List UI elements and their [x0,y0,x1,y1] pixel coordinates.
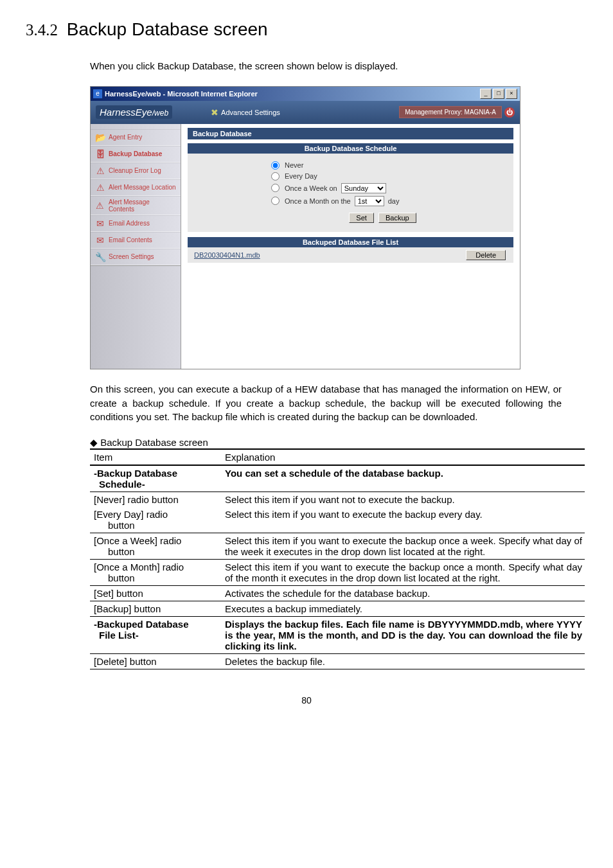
close-button[interactable]: × [506,89,517,99]
radio-never-input[interactable] [271,161,280,170]
set-button[interactable]: Set [349,213,374,223]
radio-never[interactable]: Never [271,160,494,171]
table-row-item: [Delete] button [90,654,225,669]
management-proxy-label: Management Proxy: MAGNIA-A [399,106,502,118]
table-row-expl: Deletes the backup file. [225,654,585,669]
table-caption: ◆ Backup Database screen [90,437,587,448]
table-row-expl: Select this item if you want to execute … [225,560,585,586]
ie-icon: e [93,89,102,98]
table-row-expl: Select this item if you want to execute … [225,533,585,560]
week-day-select[interactable]: Sunday [341,183,386,193]
window-titlebar: e HarnessEye/web - Microsoft Internet Ex… [91,87,520,101]
table-row-item: [Backup] button [90,601,225,617]
sidebar-item-agent-entry[interactable]: 📂 Agent Entry [91,129,181,146]
table-header-explanation: Explanation [225,449,585,465]
advanced-settings-link[interactable]: ✖ Advanced Settings [211,107,280,118]
table-row-item: [Every Day] radiobutton [90,507,225,533]
radio-every-day[interactable]: Every Day [271,171,494,182]
warning-icon: ⚠ [94,200,106,211]
app-logo: HarnessEye/web [96,105,172,119]
table-header-item: Item [90,449,225,465]
sidebar-item-alert-message-location[interactable]: ⚠ Alert Message Location [91,179,181,196]
file-list-row: DB20030404N1.mdb Delete [188,247,513,263]
schedule-form: Never Every Day Once a Week on Sunday [188,154,513,232]
warning-icon: ⚠ [94,165,106,177]
intro-paragraph: When you click Backup Database, the scre… [90,59,562,73]
sidebar-item-screen-settings[interactable]: 🔧 Screen Settings [91,249,181,265]
radio-once-week-input[interactable] [271,184,280,192]
section-number: 3.4.2 [26,21,58,39]
table-row-expl: You can set a schedule of the database b… [225,465,585,492]
backup-button[interactable]: Backup [378,213,416,223]
mail-icon: ✉ [94,218,106,229]
app-header: HarnessEye/web ✖ Advanced Settings Manag… [91,101,520,124]
radio-once-a-week[interactable]: Once a Week on Sunday [271,182,494,195]
table-row-item: [Set] button [90,586,225,601]
database-icon: 🗄 [94,148,106,160]
maximize-button[interactable]: □ [493,89,504,99]
radio-once-month-input[interactable] [271,197,280,205]
table-row-item: -Backuped DatabaseFile List- [90,617,225,654]
table-row-item: [Once a Month] radiobutton [90,560,225,586]
sidebar-item-email-address[interactable]: ✉ Email Address [91,215,181,232]
warning-icon: ⚠ [94,182,106,193]
mail-icon: ✉ [94,235,106,246]
table-row-expl: Displays the backup files. Each file nam… [225,617,585,654]
sidebar-filler [91,265,181,369]
wrench-icon: ✖ [211,107,218,118]
power-icon[interactable]: ⏻ [504,107,515,118]
table-row-expl: Executes a backup immediately. [225,601,585,617]
table-row-expl: Select this item if you want not to exec… [225,492,585,508]
window-title-text: HarnessEye/web - Microsoft Internet Expl… [105,90,480,98]
table-row-item: -Backup DatabaseSchedule- [90,465,225,492]
content-title: Backup Database [188,128,513,139]
sidebar-item-cleanup-error-log[interactable]: ⚠ Cleanup Error Log [91,163,181,179]
embedded-screenshot: e HarnessEye/web - Microsoft Internet Ex… [90,86,520,369]
table-row-expl: Activates the schedule for the database … [225,586,585,601]
table-row-expl: Select this item if you want to execute … [225,507,585,533]
section-title: Backup Database screen [67,19,268,39]
sidebar: 📂 Agent Entry 🗄 Backup Database ⚠ Cleanu… [91,124,181,369]
sidebar-item-alert-message-contents[interactable]: ⚠ Alert Message Contents [91,196,181,215]
table-row-item: [Once a Week] radiobutton [90,533,225,560]
minimize-button[interactable]: _ [480,89,492,99]
sidebar-item-backup-database[interactable]: 🗄 Backup Database [91,146,181,163]
filelist-section-title: Backuped Database File List [188,237,513,247]
radio-once-a-month[interactable]: Once a Month on the 1st day [271,195,494,208]
content-area: Backup Database Backup Database Schedule… [181,124,520,369]
schedule-section-title: Backup Database Schedule [188,143,513,154]
gear-icon: 🔧 [94,251,106,263]
radio-every-day-input[interactable] [271,172,280,181]
table-row-item: [Never] radio button [90,492,225,508]
description-paragraph: On this screen, you can execute a backup… [90,382,562,424]
sidebar-item-email-contents[interactable]: ✉ Email Contents [91,232,181,249]
folder-icon: 📂 [94,132,106,143]
backup-file-link[interactable]: DB20030404N1.mdb [194,251,260,259]
explanation-table: Item Explanation -Backup DatabaseSchedul… [90,448,585,669]
section-heading: 3.4.2 Backup Database screen [26,19,587,40]
delete-button[interactable]: Delete [466,250,506,260]
month-day-select[interactable]: 1st [355,196,384,206]
page-number: 80 [26,695,587,705]
